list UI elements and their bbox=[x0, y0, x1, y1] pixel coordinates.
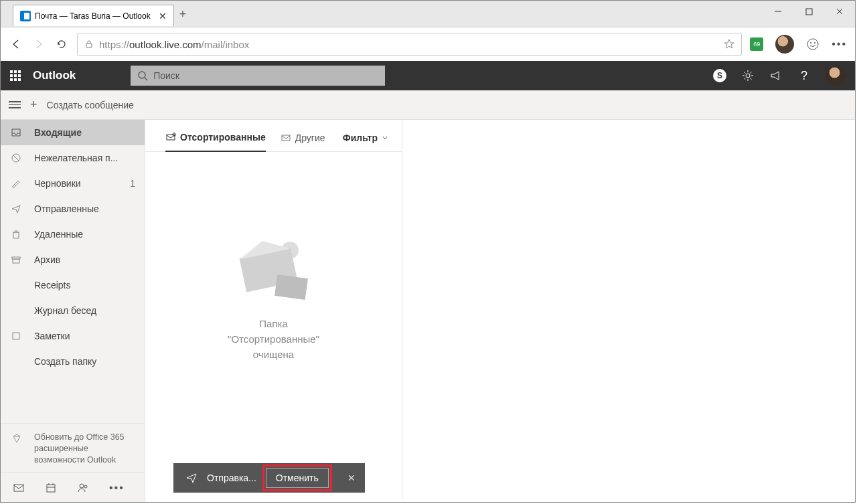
svg-point-8 bbox=[746, 74, 750, 78]
new-tab-button[interactable]: + bbox=[179, 7, 187, 21]
svg-line-10 bbox=[13, 155, 19, 161]
folder-deleted[interactable]: Удаленные bbox=[1, 222, 145, 247]
junk-icon bbox=[10, 153, 22, 163]
empty-line2: "Отсортированные" bbox=[228, 333, 319, 345]
window-maximize-button[interactable] bbox=[793, 1, 824, 22]
extension-badge[interactable]: 69 bbox=[750, 37, 763, 51]
reading-pane bbox=[402, 120, 855, 502]
browser-tab[interactable]: Почта — Taras Buria — Outlook ✕ bbox=[13, 5, 174, 26]
new-message-button[interactable]: Создать сообщение bbox=[47, 100, 134, 110]
svg-point-19 bbox=[80, 484, 84, 488]
filter-dropdown[interactable]: Фильтр bbox=[343, 133, 388, 151]
svg-rect-15 bbox=[47, 485, 55, 492]
svg-point-20 bbox=[84, 485, 87, 488]
forward-button bbox=[31, 38, 46, 50]
empty-line3: очищена bbox=[253, 349, 294, 360]
window-close-button[interactable] bbox=[824, 1, 855, 22]
send-icon bbox=[185, 472, 198, 484]
svg-point-6 bbox=[139, 72, 145, 78]
inbox-icon bbox=[10, 127, 22, 138]
search-placeholder: Поиск bbox=[153, 70, 179, 81]
hamburger-icon[interactable] bbox=[9, 101, 21, 108]
svg-line-7 bbox=[145, 78, 147, 80]
command-bar: + Создать сообщение bbox=[1, 90, 855, 120]
user-avatar[interactable] bbox=[826, 66, 846, 86]
message-list-pane: Отсортированные Другие Фильтр Папка "Отс… bbox=[145, 120, 402, 502]
undo-send-button[interactable]: Отменить bbox=[266, 468, 329, 488]
calendar-icon[interactable] bbox=[45, 482, 57, 494]
chevron-down-icon bbox=[382, 135, 388, 141]
upgrade-banner[interactable]: Обновить до Office 365 расширенные возмо… bbox=[1, 423, 145, 473]
tab-focused[interactable]: Отсортированные bbox=[165, 132, 266, 152]
empty-envelope-art bbox=[237, 240, 311, 307]
svg-point-4 bbox=[810, 42, 811, 44]
folder-drafts[interactable]: Черновики 1 bbox=[1, 171, 145, 196]
folder-inbox[interactable]: Входящие bbox=[1, 120, 145, 145]
folder-sidebar: Входящие Нежелательная п... Черновики 1 … bbox=[1, 120, 145, 502]
search-box[interactable]: Поиск bbox=[131, 66, 385, 86]
folder-receipts[interactable]: Receipts bbox=[1, 272, 145, 298]
outlook-favicon bbox=[20, 11, 31, 21]
feedback-icon[interactable] bbox=[806, 37, 820, 51]
empty-line1: Папка bbox=[259, 318, 287, 329]
svg-rect-13 bbox=[13, 333, 19, 339]
browser-avatar[interactable] bbox=[775, 35, 794, 54]
empty-state: Папка "Отсортированные" очищена bbox=[145, 152, 402, 502]
megaphone-icon[interactable] bbox=[769, 69, 783, 82]
back-button[interactable] bbox=[9, 38, 23, 50]
folder-notes[interactable]: Заметки bbox=[1, 323, 145, 349]
svg-rect-2 bbox=[86, 44, 92, 48]
folder-sent[interactable]: Отправленные bbox=[1, 196, 145, 222]
upgrade-text: Обновить до Office 365 расширенные возмо… bbox=[34, 432, 125, 465]
inbox-pivot: Отсортированные Другие Фильтр bbox=[145, 120, 402, 152]
archive-icon bbox=[10, 254, 22, 265]
toast-close-icon[interactable]: ✕ bbox=[338, 463, 365, 493]
folder-create[interactable]: Создать папку bbox=[1, 349, 145, 374]
svg-rect-14 bbox=[14, 485, 23, 491]
folder-junk[interactable]: Нежелательная п... bbox=[1, 145, 145, 171]
tab-title: Почта — Taras Buria — Outlook bbox=[35, 11, 151, 21]
skype-icon[interactable] bbox=[713, 69, 726, 82]
browser-titlebar: Почта — Taras Buria — Outlook ✕ + bbox=[1, 1, 855, 27]
drafts-icon bbox=[10, 178, 22, 189]
svg-rect-12 bbox=[13, 259, 19, 263]
folder-archive[interactable]: Архив bbox=[1, 247, 145, 272]
mail-icon[interactable] bbox=[13, 482, 25, 494]
more-apps-icon[interactable]: ••• bbox=[109, 482, 125, 494]
url-text: https://outlook.live.com/mail/inbox bbox=[99, 39, 249, 50]
window-minimize-button[interactable] bbox=[763, 1, 793, 22]
url-field[interactable]: https://outlook.live.com/mail/inbox bbox=[77, 33, 742, 56]
people-icon[interactable] bbox=[77, 482, 89, 494]
sending-toast: Отправка... Отменить ✕ bbox=[173, 463, 365, 493]
focused-icon bbox=[165, 132, 176, 143]
search-icon bbox=[137, 70, 148, 81]
browser-address-bar: https://outlook.live.com/mail/inbox 69 •… bbox=[1, 27, 855, 61]
svg-point-3 bbox=[807, 39, 818, 50]
outlook-header: Outlook Поиск ? bbox=[1, 61, 855, 90]
trash-icon bbox=[10, 229, 22, 240]
svg-rect-1 bbox=[806, 9, 812, 15]
diamond-icon bbox=[11, 433, 22, 444]
folder-conversation-history[interactable]: Журнал бесед bbox=[1, 298, 145, 323]
help-icon[interactable]: ? bbox=[797, 69, 811, 82]
brand-label: Outlook bbox=[33, 69, 76, 82]
plus-icon: + bbox=[30, 98, 37, 112]
other-icon bbox=[281, 133, 291, 143]
tab-other[interactable]: Другие bbox=[281, 133, 325, 151]
more-icon[interactable]: ••• bbox=[832, 38, 847, 50]
close-tab-icon[interactable]: ✕ bbox=[159, 11, 167, 21]
svg-point-5 bbox=[814, 42, 815, 44]
notes-icon bbox=[10, 331, 22, 341]
sent-icon bbox=[10, 203, 22, 214]
app-launcher-icon[interactable] bbox=[10, 70, 21, 81]
toast-text: Отправка... bbox=[207, 473, 256, 483]
refresh-button[interactable] bbox=[54, 38, 69, 50]
settings-icon[interactable] bbox=[741, 69, 755, 82]
sidebar-bottom-switcher: ••• bbox=[1, 473, 145, 502]
lock-icon bbox=[84, 39, 94, 49]
favorite-icon[interactable] bbox=[724, 39, 734, 50]
